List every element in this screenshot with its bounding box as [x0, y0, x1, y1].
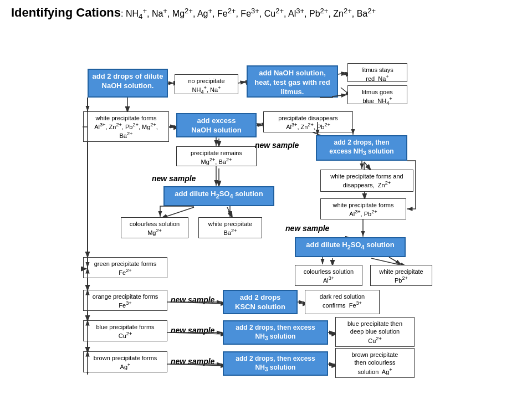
colourless-mg-box: colourless solutionMg2+	[121, 217, 188, 238]
new-sample-6: new sample	[171, 357, 214, 366]
litmus-red-box: litmus staysred Na+	[347, 63, 407, 82]
svg-line-11	[161, 207, 194, 218]
add-h2so4-1-box: add dilute H2SO4 solution	[163, 186, 274, 206]
add-h2so4-2-box: add dilute H2SO4 solution	[295, 237, 406, 257]
page: Identifying Cations: NH4+, Na+, Mg2+, Ag…	[0, 0, 532, 399]
new-sample-4: new sample	[171, 295, 214, 304]
new-sample-2: new sample	[152, 174, 196, 183]
white-ppt-ba-box: white precipitateBa2+	[198, 217, 262, 238]
add-kscn-box: add 2 dropsKSCN solution	[223, 290, 298, 314]
add-nh3-3-box: add 2 drops, then excessNH3 solution	[223, 351, 328, 376]
new-sample-3: new sample	[285, 224, 329, 233]
white-ppt-1-box: white precipitate formsAl3+, Zn2+, Pb2+,…	[83, 111, 169, 142]
green-ppt-box: green precipitate formsFe2+	[83, 257, 167, 278]
brown-col-box: brown precipitatethen colourlesssolution…	[335, 348, 415, 378]
litmus-blue-box: litmus goesblue NH4+	[347, 85, 407, 104]
ppt-disappears-box: precipitate disappearsAl3+, Zn2+, Pb2+	[263, 111, 353, 132]
add-nh3-1-box: add 2 drops, thenexcess NH3 solution	[316, 135, 407, 161]
white-ppt-pb-box: white precipitatePb2+	[370, 265, 432, 286]
add-excess-naoh-box: add excessNaOH solution	[176, 113, 257, 137]
start-box: add 2 drops of diluteNaOH solution.	[88, 69, 168, 98]
add-naoh-box: add NaOH solution,heat, test gas with re…	[247, 65, 338, 98]
no-precipitate-box: no precipitateNH4+, Na+	[175, 74, 238, 94]
svg-line-42	[257, 124, 263, 125]
brown-ppt-box: brown precipitate formsAg+	[83, 351, 167, 372]
orange-ppt-box: orange precipitate formsFe3+	[83, 290, 167, 311]
new-sample-5: new sample	[171, 326, 214, 335]
blue-ppt-box: blue precipitate formsCu2+	[83, 320, 167, 341]
new-sample-1: new sample	[255, 141, 299, 150]
blue-deep-box: blue precipitate thendeep blue solutionC…	[335, 317, 415, 347]
svg-line-33	[238, 81, 246, 83]
svg-line-12	[227, 207, 233, 218]
white-ppt-al-pb-box: white precipitate formsAl3+, Pb2+	[320, 198, 406, 219]
dark-red-box: dark red solutionconfirms Fe3+	[305, 290, 380, 314]
diagram: add 2 drops of diluteNaOH solution. no p…	[6, 25, 526, 391]
ppt-remains-box: precipitate remainsMg2+, Ba2+	[176, 146, 257, 166]
add-nh3-2-box: add 2 drops, then excessNH3 solution	[223, 320, 328, 345]
white-ppt-zn-box: white precipitate forms anddisappears, Z…	[320, 170, 413, 192]
colourless-al-box: colourless solutionAl3+	[295, 265, 362, 286]
page-title: Identifying Cations: NH4+, Na+, Mg2+, Ag…	[6, 6, 526, 21]
svg-line-34	[338, 73, 347, 74]
